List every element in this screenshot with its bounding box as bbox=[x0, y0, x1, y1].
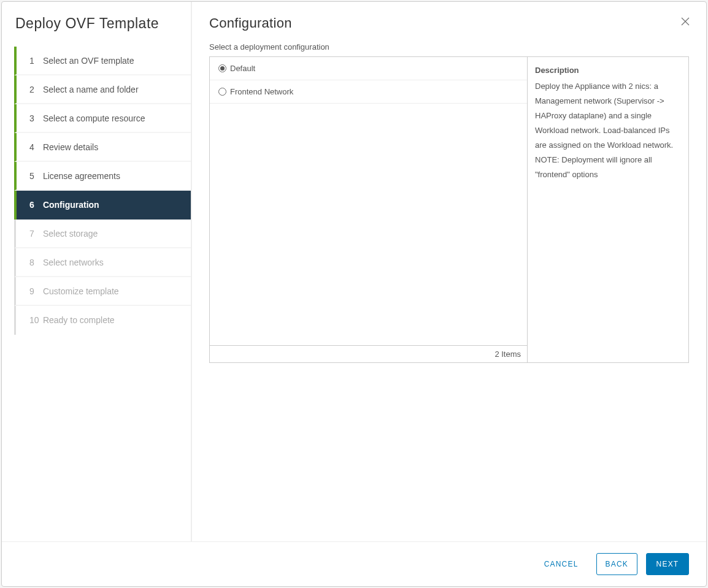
configuration-option-label: Default bbox=[230, 57, 255, 80]
wizard-footer: CANCEL BACK NEXT bbox=[2, 541, 706, 586]
wizard-step-number: 6 bbox=[29, 191, 39, 220]
wizard-step-label: Select an OVF template bbox=[43, 56, 134, 66]
configuration-panel: DefaultFrontend Network 2 Items Descript… bbox=[209, 56, 689, 363]
wizard-step-number: 4 bbox=[29, 133, 39, 162]
wizard-sidebar: Deploy OVF Template 1 Select an OVF temp… bbox=[2, 2, 192, 541]
wizard-step-label: Review details bbox=[43, 142, 98, 152]
configuration-option-label: Frontend Network bbox=[230, 80, 293, 104]
wizard-step-number: 2 bbox=[29, 75, 39, 104]
back-button[interactable]: BACK bbox=[596, 553, 637, 575]
wizard-steps: 1 Select an OVF template2 Select a name … bbox=[14, 47, 191, 335]
close-button[interactable] bbox=[680, 17, 693, 29]
wizard-step-label: Select storage bbox=[43, 229, 98, 239]
wizard-step-label: Select a name and folder bbox=[43, 85, 139, 94]
wizard-step-label: License agreements bbox=[43, 171, 120, 181]
wizard-step-3[interactable]: 3 Select a compute resource bbox=[14, 104, 191, 133]
wizard-step-1[interactable]: 1 Select an OVF template bbox=[14, 47, 191, 75]
wizard-step-label: Select networks bbox=[43, 258, 104, 267]
configuration-options: DefaultFrontend Network bbox=[210, 57, 527, 345]
description-pane: Description Deploy the Appliance with 2 … bbox=[528, 57, 688, 362]
cancel-button[interactable]: CANCEL bbox=[535, 553, 588, 575]
page-subtitle: Select a deployment configuration bbox=[209, 42, 689, 52]
wizard-step-2[interactable]: 2 Select a name and folder bbox=[14, 75, 191, 104]
close-icon bbox=[680, 18, 690, 28]
wizard-title: Deploy OVF Template bbox=[14, 15, 191, 32]
wizard-step-number: 8 bbox=[29, 248, 39, 277]
wizard-step-number: 9 bbox=[29, 277, 39, 306]
configuration-items-count: 2 Items bbox=[210, 345, 527, 362]
dialog-body: Deploy OVF Template 1 Select an OVF temp… bbox=[2, 2, 706, 541]
wizard-step-label: Ready to complete bbox=[43, 315, 115, 325]
wizard-step-label: Configuration bbox=[43, 200, 99, 210]
wizard-dialog: Deploy OVF Template 1 Select an OVF temp… bbox=[1, 1, 707, 587]
wizard-step-6: 6 Configuration bbox=[14, 191, 191, 220]
next-button[interactable]: NEXT bbox=[646, 553, 689, 575]
configuration-option[interactable]: Frontend Network bbox=[210, 80, 527, 104]
configuration-list: DefaultFrontend Network 2 Items bbox=[210, 57, 528, 362]
page-title: Configuration bbox=[209, 15, 689, 31]
wizard-step-label: Customize template bbox=[43, 286, 119, 296]
radio-icon bbox=[218, 88, 226, 96]
wizard-step-number: 1 bbox=[29, 47, 39, 75]
wizard-step-9: 9 Customize template bbox=[14, 277, 191, 306]
description-body: Deploy the Appliance with 2 nics: a Mana… bbox=[535, 79, 681, 182]
radio-icon bbox=[218, 64, 226, 72]
wizard-step-label: Select a compute resource bbox=[43, 113, 145, 123]
wizard-step-7: 7 Select storage bbox=[14, 220, 191, 248]
description-heading: Description bbox=[535, 63, 681, 78]
main-panel: Configuration Select a deployment config… bbox=[192, 2, 706, 541]
wizard-step-number: 7 bbox=[29, 220, 39, 248]
wizard-step-4[interactable]: 4 Review details bbox=[14, 133, 191, 162]
wizard-step-8: 8 Select networks bbox=[14, 248, 191, 277]
wizard-step-5[interactable]: 5 License agreements bbox=[14, 162, 191, 191]
configuration-option[interactable]: Default bbox=[210, 57, 527, 80]
wizard-step-number: 10 bbox=[29, 306, 39, 335]
wizard-step-number: 3 bbox=[29, 104, 39, 133]
wizard-step-number: 5 bbox=[29, 162, 39, 191]
wizard-step-10: 10 Ready to complete bbox=[14, 306, 191, 335]
